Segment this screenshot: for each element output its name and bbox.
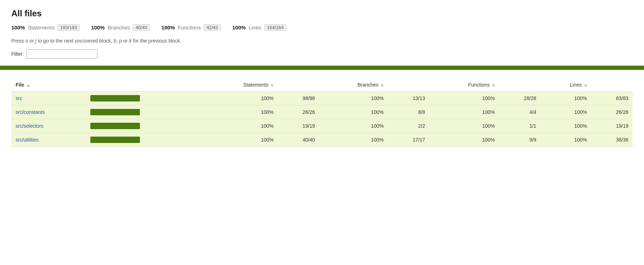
progress-bar-fill-3 <box>90 137 140 143</box>
green-bar-divider <box>0 66 644 70</box>
cell-branch-pct-2: 100% <box>319 119 388 133</box>
branches-sort-icon: ⇅ <box>381 83 384 87</box>
cell-func-pct-0: 100% <box>429 92 499 105</box>
cell-line-count-1: 26/26 <box>591 105 633 119</box>
cell-branch-pct-3: 100% <box>319 133 388 147</box>
cell-func-count-0: 28/28 <box>499 92 541 105</box>
th-statements[interactable]: Statements ⇅ <box>201 78 278 92</box>
table-row: src/constants 100% 26/26 100% 8/8 100% 4… <box>11 105 633 119</box>
cell-bar-1 <box>86 105 201 119</box>
cell-branch-count-2: 2/2 <box>388 119 429 133</box>
page-title: All files <box>11 9 633 18</box>
stat-group-branches: 100% Branches 40/40 <box>91 24 150 31</box>
progress-bar-fill-0 <box>90 95 140 101</box>
cell-func-pct-2: 100% <box>429 119 499 133</box>
table-row: src/selectors 100% 19/19 100% 2/2 100% 1… <box>11 119 633 133</box>
table-row: src/utilities 100% 40/40 100% 17/17 100%… <box>11 133 633 147</box>
cell-branch-pct-1: 100% <box>319 105 388 119</box>
progress-bar-fill-1 <box>90 109 140 115</box>
cell-stmt-pct-1: 100% <box>201 105 278 119</box>
cell-bar-2 <box>86 119 201 133</box>
cell-func-count-1: 4/4 <box>499 105 541 119</box>
cell-line-count-3: 36/36 <box>591 133 633 147</box>
stat-label-lines: Lines <box>249 24 261 31</box>
coverage-table: File ▲ Statements ⇅ Branches ⇅ Functions… <box>11 78 633 147</box>
filter-label: Filter: <box>11 51 24 57</box>
progress-bar-fill-2 <box>90 123 140 129</box>
progress-bar-container-0 <box>90 95 140 101</box>
statements-sort-icon: ⇅ <box>271 83 273 87</box>
cell-line-count-0: 83/83 <box>591 92 633 105</box>
cell-func-count-3: 9/9 <box>499 133 541 147</box>
file-link-3[interactable]: src/utilities <box>16 137 39 143</box>
stat-badge-lines: 164/164 <box>264 24 287 31</box>
cell-line-pct-0: 100% <box>541 92 591 105</box>
progress-bar-container-3 <box>90 137 140 143</box>
file-link-0[interactable]: src <box>16 95 22 101</box>
th-func-count <box>499 78 541 92</box>
stat-label-branches: Branches <box>108 24 130 31</box>
stat-label-statements: Statements <box>28 24 55 31</box>
cell-branch-count-1: 8/8 <box>388 105 429 119</box>
cell-stmt-pct-0: 100% <box>201 92 278 105</box>
cell-bar-3 <box>86 133 201 147</box>
functions-sort-icon: ⇅ <box>492 83 495 87</box>
progress-bar-container-1 <box>90 109 140 115</box>
stat-pct-functions: 100% <box>162 24 175 31</box>
cell-bar-0 <box>86 92 201 105</box>
cell-branch-count-0: 13/13 <box>388 92 429 105</box>
th-bar <box>86 78 201 92</box>
cell-branch-count-3: 17/17 <box>388 133 429 147</box>
cell-func-count-2: 1/1 <box>499 119 541 133</box>
cell-stmt-pct-3: 100% <box>201 133 278 147</box>
lines-sort-icon: ⇅ <box>584 83 587 87</box>
stat-label-functions: Functions <box>178 24 201 31</box>
cell-func-pct-3: 100% <box>429 133 499 147</box>
stat-badge-functions: 42/42 <box>204 24 221 31</box>
th-branch-count <box>388 78 429 92</box>
stat-group-statements: 100% Statements 183/183 <box>11 24 80 31</box>
cell-file-0: src <box>11 92 86 105</box>
stat-badge-statements: 183/183 <box>57 24 80 31</box>
file-sort-icon: ▲ <box>27 83 30 87</box>
th-branches[interactable]: Branches ⇅ <box>319 78 388 92</box>
th-lines[interactable]: Lines ⇅ <box>541 78 591 92</box>
file-link-1[interactable]: src/constants <box>16 109 45 115</box>
progress-bar-container-2 <box>90 123 140 129</box>
cell-file-2: src/selectors <box>11 119 86 133</box>
cell-branch-pct-0: 100% <box>319 92 388 105</box>
file-link-2[interactable]: src/selectors <box>16 123 44 129</box>
table-body: src 100% 98/98 100% 13/13 100% 28/28 100… <box>11 92 633 147</box>
stat-pct-lines: 100% <box>232 24 246 31</box>
cell-func-pct-1: 100% <box>429 105 499 119</box>
stat-pct-branches: 100% <box>91 24 104 31</box>
th-line-count <box>591 78 633 92</box>
th-stmt-count <box>278 78 319 92</box>
cell-file-3: src/utilities <box>11 133 86 147</box>
cell-stmt-count-0: 98/98 <box>278 92 319 105</box>
cell-line-count-2: 19/19 <box>591 119 633 133</box>
table-row: src 100% 98/98 100% 13/13 100% 28/28 100… <box>11 92 633 105</box>
cell-line-pct-1: 100% <box>541 105 591 119</box>
filter-row: Filter: <box>11 49 633 59</box>
cell-stmt-count-2: 19/19 <box>278 119 319 133</box>
cell-file-1: src/constants <box>11 105 86 119</box>
cell-line-pct-2: 100% <box>541 119 591 133</box>
stat-pct-statements: 100% <box>11 24 25 31</box>
filter-input[interactable] <box>27 49 97 59</box>
cell-stmt-pct-2: 100% <box>201 119 278 133</box>
stat-badge-branches: 40/40 <box>133 24 150 31</box>
stat-group-functions: 100% Functions 42/42 <box>162 24 221 31</box>
cell-stmt-count-1: 26/26 <box>278 105 319 119</box>
hint-text: Press n or j to go to the next uncovered… <box>11 38 633 44</box>
th-functions[interactable]: Functions ⇅ <box>429 78 499 92</box>
stat-group-lines: 100% Lines 164/164 <box>232 24 287 31</box>
cell-line-pct-3: 100% <box>541 133 591 147</box>
table-header: File ▲ Statements ⇅ Branches ⇅ Functions… <box>11 78 633 92</box>
cell-stmt-count-3: 40/40 <box>278 133 319 147</box>
stats-row: 100% Statements 183/183 100% Branches 40… <box>11 24 633 31</box>
th-file[interactable]: File ▲ <box>11 78 86 92</box>
